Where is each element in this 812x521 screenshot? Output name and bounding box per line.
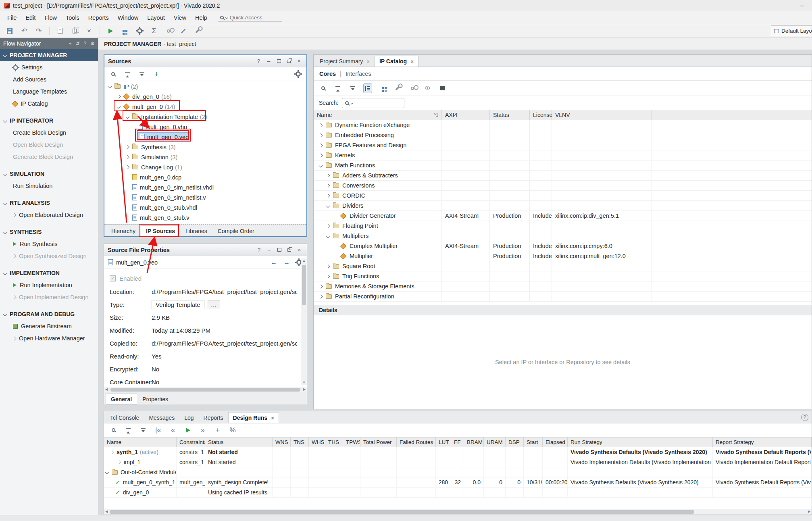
forward-icon[interactable]: → (282, 259, 291, 266)
catalog-row[interactable]: Kernels (314, 150, 812, 160)
restore-hierarchy-icon[interactable] (379, 84, 387, 93)
expander-icon[interactable] (319, 143, 323, 147)
dock-icon[interactable]: ⌖ (69, 41, 72, 46)
tree-row-div-gen-0[interactable]: div_gen_0 (16) (104, 92, 306, 102)
catalog-row-multiplier[interactable]: Multiplier Production Included xilinx.co… (314, 251, 812, 261)
column-header[interactable]: Total Power (360, 438, 397, 447)
tree-row-stub-vhdl[interactable]: mult_gen_0_stub.vhdl (104, 202, 306, 213)
browse-button[interactable]: … (208, 300, 220, 309)
scroll-left-icon[interactable]: ◀ (104, 388, 109, 391)
search-icon[interactable] (109, 426, 117, 435)
close-icon[interactable]: × (271, 415, 274, 421)
expander-icon[interactable] (110, 450, 114, 454)
float-icon[interactable] (285, 246, 293, 254)
column-header[interactable]: BRAM (464, 438, 484, 447)
sidebar-item-language-templates[interactable]: Language Templates (0, 85, 98, 98)
catalog-row[interactable]: FPGA Features and Design (314, 140, 812, 150)
column-header-axi4[interactable]: AXI4 (442, 110, 490, 120)
tab-reports[interactable]: Reports (199, 412, 228, 423)
tab-hierarchy[interactable]: Hierarchy (106, 225, 141, 236)
expander-icon[interactable] (126, 115, 130, 119)
customize-wrench-icon[interactable] (394, 84, 402, 93)
restart-from-step-icon[interactable]: |« (154, 426, 162, 435)
tab-general[interactable]: General (106, 394, 137, 404)
subnav-interfaces[interactable]: Interfaces (346, 71, 371, 77)
column-header[interactable]: TPWS (343, 438, 360, 447)
minimize-icon[interactable]: – (265, 57, 273, 65)
expand-all-icon[interactable] (349, 84, 357, 93)
report-utilization-button[interactable]: Σ (150, 27, 158, 35)
catalog-row-complex-multiplier[interactable]: Complex Multiplier AXI4-Stream Productio… (314, 241, 812, 251)
sidebar-item-run-simulation[interactable]: Run Simulation (0, 180, 98, 192)
menu-view[interactable]: View (170, 13, 190, 23)
sidebar-section-implementation[interactable]: IMPLEMENTATION (0, 267, 98, 279)
expander-icon[interactable] (117, 460, 121, 464)
block-design-button[interactable] (121, 27, 129, 35)
scroll-left-icon[interactable]: ◀ (104, 510, 109, 513)
tab-properties[interactable]: Properties (137, 394, 173, 404)
catalog-row[interactable]: CORDIC (314, 191, 812, 201)
close-icon[interactable]: × (296, 246, 303, 254)
quick-access-input[interactable] (230, 15, 275, 21)
expander-icon[interactable] (319, 153, 323, 157)
tree-row-mult-gen-0-vho[interactable]: mult_gen_0.vho (104, 122, 306, 132)
default-layout-button[interactable]: Default Layou (771, 25, 812, 36)
expander-icon[interactable] (326, 173, 330, 177)
menu-help[interactable]: Help (191, 13, 211, 23)
maximize-icon[interactable] (275, 246, 283, 254)
column-header[interactable]: WHS (309, 438, 325, 447)
tree-row-mult-gen-0[interactable]: mult_gen_0 (14) (104, 102, 306, 112)
column-header[interactable]: Status (205, 438, 273, 447)
report-button[interactable] (56, 27, 64, 35)
chevron-right-icon[interactable] (12, 213, 17, 217)
redo-button[interactable]: ↷ (35, 27, 43, 35)
run-icon[interactable] (184, 426, 192, 435)
tree-row-mult-gen-0-dcp[interactable]: mult_gen_0.dcp (104, 172, 306, 182)
settings-gear-icon[interactable]: ⚙ (90, 41, 95, 46)
run-row-div-gen-0[interactable]: ✓div_gen_0 Using cached IP results (104, 488, 812, 498)
expander-icon[interactable] (326, 183, 330, 188)
menu-window[interactable]: Window (114, 13, 143, 23)
help-icon[interactable]: ? (84, 41, 87, 46)
resume-icon[interactable]: » (199, 426, 207, 435)
column-header-status[interactable]: Status (490, 110, 530, 120)
column-header[interactable]: Name (104, 438, 177, 447)
close-icon[interactable]: × (295, 57, 303, 65)
sidebar-item-generate-bitstream[interactable]: Generate Bitstream (0, 320, 98, 332)
run-row-impl-1[interactable]: impl_1 constrs_1 Not started Vivado Impl… (104, 457, 812, 467)
ip-search-input[interactable] (355, 100, 395, 106)
customize-button[interactable] (194, 27, 202, 35)
tree-row-synthesis[interactable]: Synthesis (3) (104, 142, 306, 152)
run-row-mult-gen-0-synth-1[interactable]: ✓mult_gen_0_synth_1 mult_gen_0 synth_des… (104, 477, 812, 488)
save-button[interactable] (6, 27, 14, 35)
expander-icon[interactable] (126, 155, 130, 159)
settings-button[interactable] (135, 27, 144, 35)
edit-button[interactable] (179, 27, 187, 35)
horizontal-scrollbar[interactable]: ◀ ▶ (104, 387, 307, 392)
column-header[interactable]: Start (524, 438, 543, 447)
tab-messages[interactable]: Messages (144, 412, 179, 423)
quick-access-search[interactable] (218, 14, 282, 22)
sidebar-item-create-block-design[interactable]: Create Block Design (0, 127, 98, 139)
search-icon[interactable] (319, 84, 327, 93)
step-back-icon[interactable]: « (169, 426, 177, 435)
type-combobox[interactable]: Verilog Template (152, 300, 204, 309)
column-header[interactable]: DSP (506, 438, 524, 447)
scroll-right-icon[interactable]: ▶ (807, 510, 812, 513)
tab-libraries[interactable]: Libraries (180, 225, 212, 236)
sidebar-section-simulation[interactable]: SIMULATION (0, 168, 98, 180)
enabled-checkbox[interactable] (110, 275, 116, 281)
sidebar-item-run-synthesis[interactable]: Run Synthesis (0, 238, 98, 250)
catalog-row[interactable]: Multipliers (314, 231, 812, 241)
tree-row-mult-gen-0-veo[interactable]: mult_gen_0.veo (104, 132, 306, 142)
tree-row-instantiation-template[interactable]: Instantiation Template (2) (104, 112, 306, 122)
expander-icon[interactable] (326, 194, 330, 198)
catalog-row[interactable]: Dynamic Function eXchange (314, 120, 812, 130)
scrollbar-thumb[interactable] (110, 388, 300, 392)
ip-status-icon[interactable] (438, 84, 446, 93)
catalog-row[interactable]: Dividers (314, 201, 812, 211)
expand-all-icon[interactable] (138, 70, 146, 79)
scrollbar-thumb[interactable] (110, 510, 694, 514)
expander-icon[interactable] (319, 294, 323, 298)
tab-ip-sources[interactable]: IP Sources (141, 225, 180, 236)
